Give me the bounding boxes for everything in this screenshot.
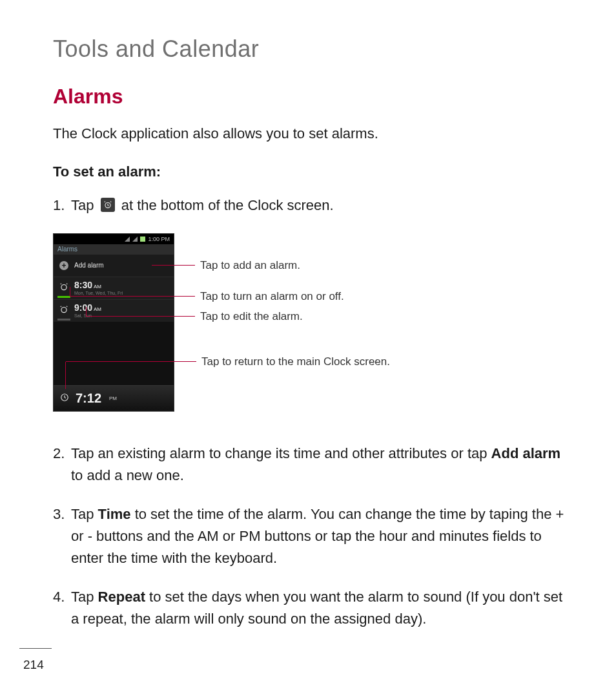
step-4-text-b: to set the days when you want the alarm …: [71, 589, 562, 627]
step-3-number: 3.: [53, 503, 71, 569]
phone-header-alarms: Alarms: [54, 244, 174, 255]
page-number: 214: [23, 658, 44, 672]
step-4-bold: Repeat: [98, 589, 145, 605]
step-1-number: 1.: [53, 195, 71, 216]
phone-footer[interactable]: 7:12PM: [54, 385, 174, 411]
callout-line-add: Tap to add an alarm.: [152, 265, 195, 266]
alarm-2-time: 9:00: [74, 302, 92, 313]
signal-icon-2: [132, 237, 138, 242]
alarm-1-text: 8:30AM Mon, Tue, Wed, Thu, Fri: [74, 280, 123, 295]
callout-line-back: Tap to return to the main Clock screen.: [66, 361, 196, 362]
section-title-alarms: Alarms: [53, 85, 571, 109]
step-3-bold: Time: [98, 506, 131, 522]
phone-screenshot: 1:00 PM Alarms + Add alarm 8:30AM Mon, T…: [53, 233, 174, 412]
svg-point-2: [61, 308, 67, 313]
callout-back: Tap to return to the main Clock screen.: [196, 355, 390, 368]
callout-toggle: Tap to turn an alarm on or off.: [195, 290, 344, 303]
alarm-1-time: 8:30: [74, 280, 92, 290]
step-1: 1. Tap at the bottom of the Clock screen…: [53, 195, 571, 216]
signal-icon: [125, 237, 130, 242]
step-2: 2. Tap an existing alarm to change its t…: [53, 443, 571, 487]
add-alarm-row[interactable]: + Add alarm: [54, 255, 174, 277]
step-2-number: 2.: [53, 443, 71, 487]
statusbar-time: 1:00 PM: [148, 236, 170, 242]
step-2-text-a: Tap an existing alarm to change its time…: [71, 445, 491, 461]
callout-line-toggle: Tap to turn an alarm on or off.: [70, 296, 195, 297]
alarm-2-ampm: AM: [94, 306, 101, 312]
step-3-text-a: Tap: [71, 506, 98, 522]
step-2-bold: Add alarm: [491, 445, 561, 461]
step-2-text-b: to add a new one.: [71, 467, 184, 483]
alarm-toggle-on-icon[interactable]: [59, 282, 69, 293]
intro-text: The Clock application also allows you to…: [53, 124, 571, 144]
alarm-1-ampm: AM: [94, 284, 101, 289]
annotated-screenshot: 1:00 PM Alarms + Add alarm 8:30AM Mon, T…: [53, 233, 440, 421]
add-alarm-label: Add alarm: [74, 262, 104, 269]
callout-edit: Tap to edit the alarm.: [195, 310, 303, 323]
phone-statusbar: 1:00 PM: [54, 234, 174, 244]
clock-icon: [60, 393, 69, 404]
step-4-number: 4.: [53, 586, 71, 630]
callout-add-alarm: Tap to add an alarm.: [195, 259, 300, 272]
alarm-1-days: Mon, Tue, Wed, Thu, Fri: [74, 291, 123, 296]
subheading-to-set-alarm: To set an alarm:: [53, 163, 571, 180]
step-1-text-post: at the bottom of the Clock screen.: [121, 197, 334, 213]
alarm-clock-icon: [101, 198, 115, 212]
step-1-text-pre: Tap: [71, 197, 98, 213]
plus-icon: +: [59, 260, 69, 270]
callout-line-edit: Tap to edit the alarm.: [87, 316, 195, 317]
footer-ampm: PM: [109, 395, 117, 401]
chapter-title: Tools and Calendar: [53, 36, 571, 63]
footer-time: 7:12: [76, 391, 101, 406]
step-3-text-b: to set the time of the alarm. You can ch…: [71, 506, 564, 566]
step-3: 3. Tap Time to set the time of the alarm…: [53, 503, 571, 569]
svg-point-1: [61, 285, 67, 290]
page-divider: [19, 648, 52, 649]
battery-icon: [140, 237, 145, 242]
step-4: 4. Tap Repeat to set the days when you w…: [53, 586, 571, 630]
alarm-toggle-off-icon[interactable]: [59, 305, 69, 316]
step-4-text-a: Tap: [71, 589, 98, 605]
alarm-row-2[interactable]: 9:00AM Sat, Sun: [54, 299, 174, 322]
